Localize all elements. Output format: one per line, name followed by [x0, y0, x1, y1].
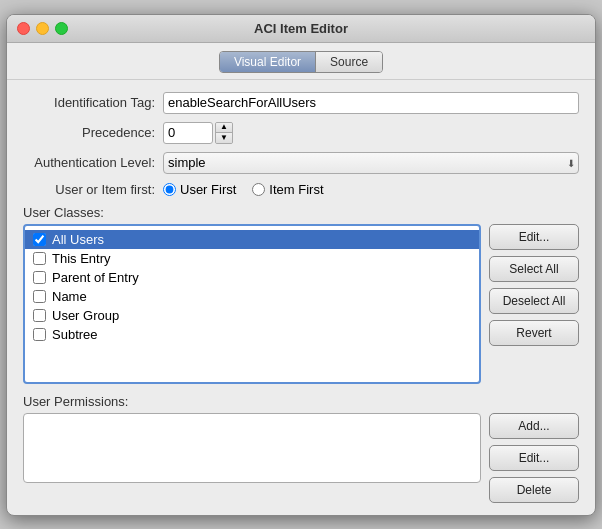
radio-item-first[interactable]: Item First: [252, 182, 323, 197]
titlebar: ACI Item Editor: [7, 15, 595, 43]
list-item-label: Name: [52, 289, 87, 304]
checkbox-parent-of-entry[interactable]: [33, 271, 46, 284]
window-title: ACI Item Editor: [254, 21, 348, 36]
revert-button[interactable]: Revert: [489, 320, 579, 346]
auth-level-row: Authentication Level: simple none sasl ⬇: [23, 152, 579, 174]
precedence-control: ▲ ▼: [163, 122, 233, 144]
edit-top-button[interactable]: Edit...: [489, 224, 579, 250]
user-classes-label: User Classes:: [23, 205, 579, 220]
user-classes-section: User Classes: All Users This Entry Paren…: [23, 205, 579, 384]
user-item-row: User or Item first: User First Item Firs…: [23, 182, 579, 197]
list-item-label: This Entry: [52, 251, 111, 266]
auth-level-select-wrapper: simple none sasl ⬇: [163, 152, 579, 174]
list-item[interactable]: Subtree: [25, 325, 479, 344]
edit-bottom-button[interactable]: Edit...: [489, 445, 579, 471]
checkbox-all-users[interactable]: [33, 233, 46, 246]
list-item-label: Parent of Entry: [52, 270, 139, 285]
auth-level-select[interactable]: simple none sasl: [163, 152, 579, 174]
spinner-down-button[interactable]: ▼: [216, 133, 232, 143]
user-permissions-section: User Permissions: Add... Edit... Delete: [23, 394, 579, 503]
auth-level-label: Authentication Level:: [23, 155, 163, 170]
form-content: Identification Tag: Precedence: ▲ ▼ Auth…: [7, 80, 595, 515]
list-item[interactable]: Name: [25, 287, 479, 306]
user-permissions-label: User Permissions:: [23, 394, 579, 409]
radio-item-first-input[interactable]: [252, 183, 265, 196]
user-permissions-list[interactable]: [23, 413, 481, 483]
user-classes-list[interactable]: All Users This Entry Parent of Entry Nam…: [23, 224, 481, 384]
radio-item-first-label: Item First: [269, 182, 323, 197]
user-item-label: User or Item first:: [23, 182, 163, 197]
list-item-label: User Group: [52, 308, 119, 323]
checkbox-this-entry[interactable]: [33, 252, 46, 265]
precedence-input[interactable]: [163, 122, 213, 144]
user-permissions-area: Add... Edit... Delete: [23, 413, 579, 503]
list-item-label: All Users: [52, 232, 104, 247]
minimize-button[interactable]: [36, 22, 49, 35]
identification-label: Identification Tag:: [23, 95, 163, 110]
add-button[interactable]: Add...: [489, 413, 579, 439]
select-all-button[interactable]: Select All: [489, 256, 579, 282]
main-window: ACI Item Editor Visual Editor Source Ide…: [6, 14, 596, 516]
tab-source[interactable]: Source: [316, 52, 382, 72]
close-button[interactable]: [17, 22, 30, 35]
identification-input[interactable]: [163, 92, 579, 114]
spinner-up-button[interactable]: ▲: [216, 123, 232, 133]
traffic-lights: [17, 22, 68, 35]
deselect-all-button[interactable]: Deselect All: [489, 288, 579, 314]
list-item[interactable]: All Users: [25, 230, 479, 249]
precedence-spinner: ▲ ▼: [215, 122, 233, 144]
maximize-button[interactable]: [55, 22, 68, 35]
precedence-row: Precedence: ▲ ▼: [23, 122, 579, 144]
precedence-label: Precedence:: [23, 125, 163, 140]
list-item[interactable]: This Entry: [25, 249, 479, 268]
list-item-label: Subtree: [52, 327, 98, 342]
user-classes-area: All Users This Entry Parent of Entry Nam…: [23, 224, 579, 384]
tab-visual-editor[interactable]: Visual Editor: [220, 52, 316, 72]
radio-user-first[interactable]: User First: [163, 182, 236, 197]
checkbox-user-group[interactable]: [33, 309, 46, 322]
list-item[interactable]: Parent of Entry: [25, 268, 479, 287]
radio-group: User First Item First: [163, 182, 324, 197]
delete-button[interactable]: Delete: [489, 477, 579, 503]
user-classes-buttons: Edit... Select All Deselect All Revert: [489, 224, 579, 346]
radio-user-first-input[interactable]: [163, 183, 176, 196]
checkbox-name[interactable]: [33, 290, 46, 303]
list-item[interactable]: User Group: [25, 306, 479, 325]
permissions-buttons: Add... Edit... Delete: [489, 413, 579, 503]
identification-row: Identification Tag:: [23, 92, 579, 114]
tab-group: Visual Editor Source: [219, 51, 383, 73]
radio-user-first-label: User First: [180, 182, 236, 197]
toolbar: Visual Editor Source: [7, 43, 595, 80]
checkbox-subtree[interactable]: [33, 328, 46, 341]
